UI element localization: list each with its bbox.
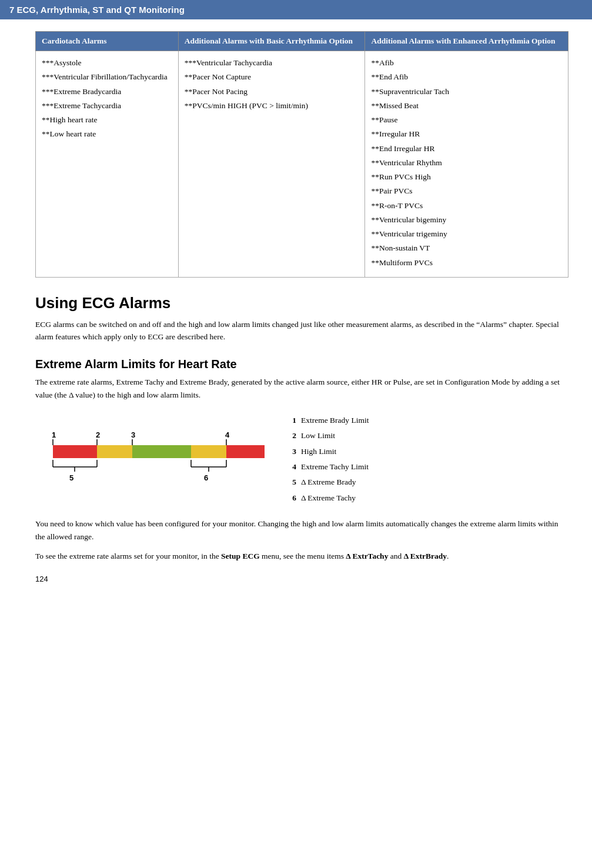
diagram-container: 1 2 3 4 5	[47, 413, 568, 506]
cell-item: **End Irregular HR	[371, 143, 562, 155]
table-header-row: Cardiotach Alarms Additional Alarms with…	[36, 32, 568, 51]
footer-p2-mid: menu, see the menu items	[260, 552, 346, 560]
cell-item: **High heart rate	[42, 114, 172, 126]
legend-label: Extreme Tachy Limit	[299, 459, 371, 475]
legend-item: 4Extreme Tachy Limit	[288, 459, 371, 475]
table-cell-col3: **Afib**End Afib**Supraventricular Tach*…	[365, 51, 568, 278]
using-ecg-body: ECG alarms can be switched on and off an…	[35, 318, 568, 343]
legend-label: Δ Extreme Brady	[299, 475, 371, 490]
footer-extr-brady: Δ ExtrBrady	[404, 552, 447, 560]
alarms-table: Cardiotach Alarms Additional Alarms with…	[35, 31, 568, 278]
legend-label: Low Limit	[299, 428, 371, 443]
table-cell-col1: ***Asystole***Ventricular Fibrillation/T…	[36, 51, 179, 278]
legend-item: 2Low Limit	[288, 428, 371, 443]
footer-end: .	[447, 552, 449, 560]
svg-rect-1	[97, 445, 132, 458]
cell-item: **R-on-T PVCs	[371, 200, 562, 212]
legend-table: 1Extreme Brady Limit2Low Limit3High Limi…	[288, 413, 371, 506]
legend-item: 1Extreme Brady Limit	[288, 413, 371, 428]
page-number: 124	[35, 575, 568, 583]
legend-item: 5Δ Extreme Brady	[288, 475, 371, 490]
cell-item: ***Asystole	[42, 57, 172, 69]
svg-text:2: 2	[96, 430, 100, 439]
svg-text:1: 1	[52, 430, 56, 439]
cell-item: **Low heart rate	[42, 128, 172, 140]
svg-rect-4	[226, 445, 265, 458]
footer-paragraph-2: To see the extreme rate alarms set for y…	[35, 550, 568, 563]
cell-item: **Pacer Not Capture	[185, 71, 359, 83]
col-header-cardiotach: Cardiotach Alarms	[36, 32, 179, 51]
footer-setup-ecg: Setup ECG	[221, 552, 260, 560]
legend-number: 6	[288, 490, 299, 506]
cell-item: **Pair PVCs	[371, 185, 562, 197]
cell-item: **Supraventricular Tach	[371, 86, 562, 98]
svg-rect-0	[53, 445, 97, 458]
cell-item: **Pacer Not Pacing	[185, 86, 359, 98]
header-title: 7 ECG, Arrhythmia, ST and QT Monitoring	[9, 5, 185, 15]
cell-item: **Ventricular Rhythm	[371, 157, 562, 169]
legend-item: 6Δ Extreme Tachy	[288, 490, 371, 506]
svg-text:5: 5	[69, 473, 73, 482]
legend-number: 3	[288, 444, 299, 459]
legend-item: 3High Limit	[288, 444, 371, 459]
svg-rect-3	[191, 445, 226, 458]
table-cell-col2: ***Ventricular Tachycardia**Pacer Not Ca…	[178, 51, 365, 278]
cell-item: ***Extreme Bradycardia	[42, 86, 172, 98]
svg-text:4: 4	[225, 430, 230, 439]
page-header: 7 ECG, Arrhythmia, ST and QT Monitoring	[0, 0, 592, 19]
cell-item: **Ventricular bigeminy	[371, 214, 562, 226]
cell-item: **PVCs/min HIGH (PVC > limit/min)	[185, 100, 359, 112]
using-ecg-heading: Using ECG Alarms	[35, 294, 568, 312]
cell-item: **End Afib	[371, 71, 562, 83]
footer-p2-prefix: To see the extreme rate alarms set for y…	[35, 552, 221, 560]
svg-text:6: 6	[204, 473, 208, 482]
cell-item: **Ventricular trigeminy	[371, 228, 562, 240]
legend-label: High Limit	[299, 444, 371, 459]
legend-number: 5	[288, 475, 299, 490]
main-content: Cardiotach Alarms Additional Alarms with…	[0, 19, 592, 601]
legend-label: Δ Extreme Tachy	[299, 490, 371, 506]
diagram-svg: 1 2 3 4 5	[47, 413, 270, 492]
cell-item: ***Extreme Tachycardia	[42, 100, 172, 112]
footer-and: and	[388, 552, 403, 560]
cell-item: **Afib	[371, 57, 562, 69]
diagram-legend: 1Extreme Brady Limit2Low Limit3High Limi…	[288, 413, 371, 506]
cell-item: **Multiform PVCs	[371, 257, 562, 269]
svg-rect-2	[132, 445, 191, 458]
svg-text:3: 3	[131, 430, 135, 439]
legend-label: Extreme Brady Limit	[299, 413, 371, 428]
cell-item: **Missed Beat	[371, 100, 562, 112]
legend-number: 1	[288, 413, 299, 428]
cell-item: ***Ventricular Tachycardia	[185, 57, 359, 69]
footer-paragraph-1: You need to know which value has been co…	[35, 518, 568, 543]
cell-item: **Run PVCs High	[371, 171, 562, 183]
extreme-alarm-body: The extreme rate alarms, Extreme Tachy a…	[35, 376, 568, 401]
col-header-basic: Additional Alarms with Basic Arrhythmia …	[178, 32, 365, 51]
extreme-alarm-heading: Extreme Alarm Limits for Heart Rate	[35, 358, 568, 371]
legend-number: 4	[288, 459, 299, 475]
cell-item: **Irregular HR	[371, 128, 562, 140]
footer-extr-tachy: Δ ExtrTachy	[346, 552, 388, 560]
col-header-enhanced: Additional Alarms with Enhanced Arrhythm…	[365, 32, 568, 51]
cell-item: ***Ventricular Fibrillation/Tachycardia	[42, 71, 172, 83]
cell-item: **Pause	[371, 114, 562, 126]
cell-item: **Non-sustain VT	[371, 242, 562, 254]
table-row: ***Asystole***Ventricular Fibrillation/T…	[36, 51, 568, 278]
legend-number: 2	[288, 428, 299, 443]
